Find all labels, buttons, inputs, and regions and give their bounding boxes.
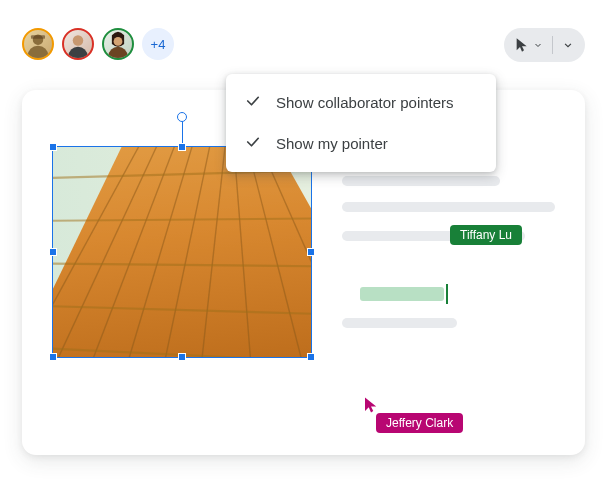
more-count: +4	[151, 37, 166, 52]
text-line	[342, 318, 457, 328]
chevron-down-icon	[561, 38, 575, 52]
collaborator-pointer: Jeffery Clark	[362, 395, 380, 415]
menu-item-label: Show my pointer	[276, 135, 388, 152]
text-line	[342, 176, 500, 186]
svg-point-4	[68, 47, 87, 58]
check-icon	[244, 133, 262, 154]
svg-point-3	[73, 35, 84, 46]
rotation-handle-line	[182, 118, 183, 146]
cursor-icon	[514, 37, 530, 53]
menu-item-label: Show collaborator pointers	[276, 94, 454, 111]
menu-item-show-collaborator-pointers[interactable]: Show collaborator pointers	[226, 82, 496, 123]
cursor-icon	[362, 395, 380, 415]
pointer-options-menu: Show collaborator pointers Show my point…	[226, 74, 496, 172]
avatar[interactable]	[102, 28, 134, 60]
selected-image[interactable]	[52, 146, 312, 358]
avatar[interactable]	[62, 28, 94, 60]
collaborator-selection-row	[342, 286, 555, 302]
collaborator-caret	[446, 284, 448, 304]
pointer-tool-button[interactable]	[508, 33, 550, 57]
pointer-tool-control	[504, 28, 585, 62]
collaborator-avatars: +4	[22, 28, 174, 60]
svg-point-1	[28, 46, 49, 58]
building-photo	[52, 146, 312, 358]
collaborator-name-tag: Tiffany Lu	[450, 225, 522, 245]
svg-point-7	[108, 47, 127, 58]
menu-item-show-my-pointer[interactable]: Show my pointer	[226, 123, 496, 164]
svg-point-6	[114, 37, 123, 46]
more-collaborators-badge[interactable]: +4	[142, 28, 174, 60]
text-line	[342, 202, 555, 212]
divider	[552, 36, 553, 54]
rotation-handle[interactable]	[177, 112, 187, 122]
text-selection-highlight	[360, 287, 444, 301]
text-placeholder-block: Tiffany Lu	[342, 176, 555, 344]
pointer-options-button[interactable]	[555, 34, 581, 56]
svg-rect-2	[31, 35, 45, 39]
collaborator-cursor-row: Tiffany Lu	[342, 228, 555, 244]
collaborator-name-tag: Jeffery Clark	[376, 413, 463, 433]
chevron-down-icon	[532, 39, 544, 51]
avatar[interactable]	[22, 28, 54, 60]
check-icon	[244, 92, 262, 113]
